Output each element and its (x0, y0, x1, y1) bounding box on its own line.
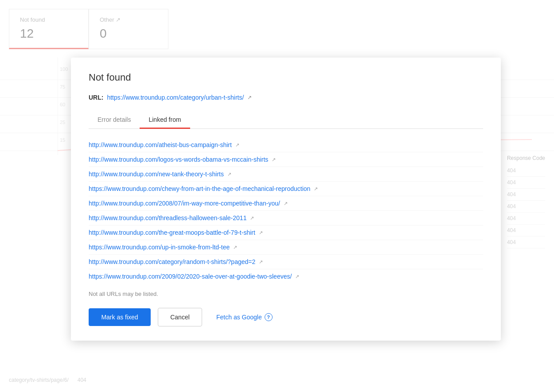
external-icon-2: ↗ (272, 157, 276, 163)
external-icon-9: ↗ (259, 259, 263, 265)
external-icon-10: ↗ (295, 274, 299, 279)
link-item[interactable]: http://www.troundup.com/new-tank-theory-… (89, 167, 483, 182)
link-item[interactable]: http://www.troundup.com/atheist-bus-camp… (89, 138, 483, 152)
external-icon-1: ↗ (235, 142, 239, 148)
link-item[interactable]: http://www.troundup.com/the-great-moops-… (89, 225, 483, 240)
link-item[interactable]: https://www.troundup.com/chewy-from-art-… (89, 182, 483, 196)
url-label: URL: (89, 94, 103, 101)
buttons-row: Mark as fixed Cancel Fetch as Google ? (89, 308, 483, 326)
links-list: http://www.troundup.com/atheist-bus-camp… (89, 138, 483, 283)
link-item[interactable]: http://www.troundup.com/logos-vs-words-o… (89, 152, 483, 167)
link-item[interactable]: http://www.troundup.com/threadless-hallo… (89, 211, 483, 225)
mark-as-fixed-button[interactable]: Mark as fixed (89, 308, 151, 326)
external-icon-7: ↗ (259, 230, 263, 236)
url-row: URL: https://www.troundup.com/category/u… (89, 94, 483, 101)
tab-error-details[interactable]: Error details (89, 112, 140, 129)
fetch-as-google-button[interactable]: Fetch as Google ? (216, 313, 273, 321)
link-item[interactable]: https://www.troundup.com/up-in-smoke-fro… (89, 240, 483, 255)
tabs-container: Error details Linked from (89, 112, 483, 129)
link-item[interactable]: http://www.troundup.com/2008/07/im-way-m… (89, 196, 483, 211)
fetch-as-google-label: Fetch as Google (216, 314, 262, 321)
cancel-button[interactable]: Cancel (158, 308, 202, 326)
modal-dialog: Not found URL: https://www.troundup.com/… (71, 58, 501, 341)
external-icon-4: ↗ (314, 186, 318, 192)
not-all-listed-text: Not all URLs may be listed. (89, 291, 483, 297)
help-icon: ? (265, 313, 273, 321)
external-link-icon: ↗ (247, 94, 252, 101)
external-icon-3: ↗ (227, 171, 231, 177)
external-icon-8: ↗ (233, 245, 237, 250)
url-link[interactable]: https://www.troundup.com/category/urban-… (107, 94, 244, 101)
modal-title: Not found (89, 72, 483, 83)
tab-linked-from[interactable]: Linked from (140, 112, 190, 129)
link-item[interactable]: http://www.troundup.com/category/random-… (89, 255, 483, 269)
external-icon-5: ↗ (284, 201, 288, 206)
link-item[interactable]: https://www.troundup.com/2009/02/2020-sa… (89, 269, 483, 283)
external-icon-6: ↗ (250, 215, 254, 221)
